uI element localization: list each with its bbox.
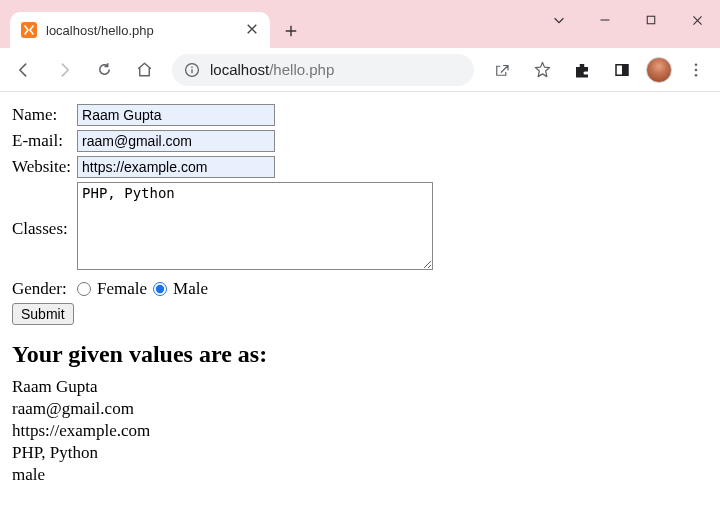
website-input[interactable] [77,156,275,178]
back-button[interactable] [8,54,40,86]
name-label: Name: [12,102,77,128]
svg-rect-1 [647,16,655,24]
svg-rect-4 [191,69,192,73]
submit-button[interactable]: Submit [12,303,74,325]
url-path: /hello.php [269,61,334,78]
svg-point-9 [695,73,698,76]
output-email: raam@gmail.com [12,398,708,420]
gender-male-label: Male [173,279,208,299]
browser-toolbar: localhost/hello.php [0,48,720,92]
page-content: Name: E-mail: Website: Classes: Gender: [0,92,720,496]
extensions-icon[interactable] [566,54,598,86]
url-host: localhost [210,61,269,78]
window-titlebar: localhost/hello.php [0,0,720,48]
gender-label: Gender: [12,277,77,301]
email-input[interactable] [77,130,275,152]
home-button[interactable] [128,54,160,86]
output-classes: PHP, Python [12,442,708,464]
gender-female-label: Female [97,279,147,299]
classes-label: Classes: [12,180,77,277]
output-name: Raam Gupta [12,376,708,398]
close-window-button[interactable] [674,0,720,40]
reload-button[interactable] [88,54,120,86]
name-input[interactable] [77,104,275,126]
forward-button[interactable] [48,54,80,86]
svg-point-3 [191,66,193,68]
share-icon[interactable] [486,54,518,86]
close-tab-icon[interactable] [246,23,260,37]
address-bar[interactable]: localhost/hello.php [172,54,474,86]
svg-rect-6 [622,64,628,75]
xampp-favicon [20,21,38,39]
svg-point-8 [695,68,698,71]
svg-point-7 [695,63,698,66]
side-panel-icon[interactable] [606,54,638,86]
classes-textarea[interactable] [77,182,433,270]
site-info-icon[interactable] [184,62,200,78]
browser-tab[interactable]: localhost/hello.php [10,12,270,48]
profile-avatar[interactable] [646,57,672,83]
output-heading: Your given values are as: [12,341,708,368]
email-label: E-mail: [12,128,77,154]
input-form: Name: E-mail: Website: Classes: Gender: [12,102,708,325]
tab-title: localhost/hello.php [46,23,246,38]
bookmark-icon[interactable] [526,54,558,86]
gender-male-radio[interactable] [153,282,167,296]
minimize-button[interactable] [582,0,628,40]
tab-search-icon[interactable] [536,0,582,40]
output-gender: male [12,464,708,486]
output-website: https://example.com [12,420,708,442]
new-tab-button[interactable] [276,16,306,46]
website-label: Website: [12,154,77,180]
gender-female-radio[interactable] [77,282,91,296]
maximize-button[interactable] [628,0,674,40]
menu-icon[interactable] [680,54,712,86]
